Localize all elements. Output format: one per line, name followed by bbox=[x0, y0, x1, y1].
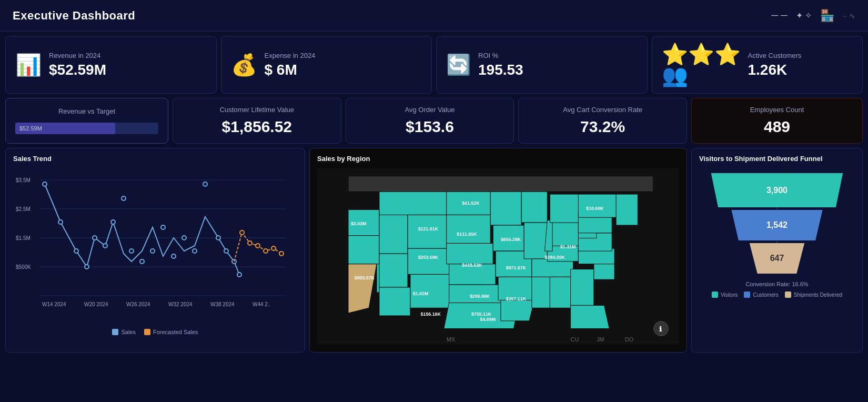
svg-point-15 bbox=[43, 182, 47, 186]
revenue-text: Revenue in 2024 $52.59M bbox=[49, 52, 106, 78]
svg-text:$41.52K: $41.52K bbox=[462, 200, 480, 206]
map-container: MX CU JM DO $3.03M $121.81K $41.52K $253… bbox=[317, 167, 679, 346]
sales-by-region-card: Sales by Region bbox=[309, 148, 687, 353]
clv-card: Customer Lifetime Value $1,856.52 bbox=[173, 98, 341, 144]
svg-text:$294.00K: $294.00K bbox=[544, 255, 565, 260]
svg-text:$156.16K: $156.16K bbox=[421, 311, 441, 317]
revenue-target-label: Revenue vs Target bbox=[15, 107, 158, 115]
svg-point-39 bbox=[271, 246, 276, 250]
minimize-icon[interactable]: ─ ─ bbox=[771, 10, 788, 21]
sales-trend-title: Sales Trend bbox=[13, 155, 297, 163]
svg-marker-51 bbox=[379, 287, 410, 316]
shop-icon: 🏪 bbox=[820, 9, 834, 23]
svg-text:W14 2024: W14 2024 bbox=[42, 302, 66, 307]
funnel-level-visitors: 3,900 bbox=[707, 173, 847, 207]
svg-marker-71 bbox=[571, 305, 610, 328]
avg-order-value: $153.6 bbox=[356, 118, 504, 136]
svg-text:W26 2024: W26 2024 bbox=[126, 302, 150, 307]
roi-text: ROI % 195.53 bbox=[478, 52, 523, 78]
svg-point-31 bbox=[216, 236, 220, 240]
sales-trend-card: Sales Trend $3.5M $2.5M $1.5M $500K W14 … bbox=[5, 148, 305, 353]
svg-marker-81 bbox=[616, 194, 638, 225]
funnel-legend: Visitors Customers Shipments Delivered bbox=[699, 292, 855, 298]
svg-text:W32 2024: W32 2024 bbox=[168, 302, 193, 307]
svg-text:$1.5M: $1.5M bbox=[16, 235, 31, 241]
kpi-card-roi: 🔄 ROI % 195.53 bbox=[436, 36, 648, 94]
bottom-row: Sales Trend $3.5M $2.5M $1.5M $500K W14 … bbox=[0, 148, 868, 353]
funnel-level-customers: 1,542 bbox=[726, 210, 827, 240]
svg-text:$111.65K: $111.65K bbox=[457, 232, 477, 237]
svg-point-30 bbox=[203, 182, 207, 186]
sales-trend-legend: Sales Forecasted Sales bbox=[13, 329, 297, 335]
svg-text:$296.86K: $296.86K bbox=[470, 294, 490, 299]
svg-marker-46 bbox=[379, 210, 408, 254]
funnel-container: 3,900 1,542 647 bbox=[699, 173, 855, 274]
funnel-title: Visitors to Shipment Delivered Funnel bbox=[699, 155, 855, 163]
svg-text:$871.87K: $871.87K bbox=[506, 265, 527, 270]
svg-marker-69 bbox=[550, 277, 570, 308]
legend-customers-funnel-dot bbox=[744, 292, 750, 298]
svg-text:CU: CU bbox=[571, 336, 579, 343]
svg-text:$3.5M: $3.5M bbox=[16, 177, 31, 183]
svg-marker-43 bbox=[348, 236, 379, 264]
svg-point-22 bbox=[122, 196, 126, 200]
svg-marker-76 bbox=[550, 220, 578, 246]
svg-point-27 bbox=[171, 254, 176, 258]
svg-text:$121.81K: $121.81K bbox=[418, 226, 439, 232]
svg-point-18 bbox=[85, 265, 89, 269]
header: Executive Dashboard ─ ─ ✦ ✧ 🏪 ·· ∿ bbox=[0, 0, 868, 32]
svg-point-23 bbox=[129, 249, 134, 253]
revenue-bar-value: $52.59M bbox=[19, 125, 42, 132]
legend-visitors-dot bbox=[712, 292, 718, 298]
svg-text:DO: DO bbox=[625, 336, 633, 343]
funnel-conversion: Conversion Rate: 16.6% bbox=[699, 281, 855, 287]
legend-visitors: Visitors bbox=[712, 292, 738, 298]
svg-point-19 bbox=[93, 236, 97, 240]
svg-text:$4.69M: $4.69M bbox=[480, 317, 496, 322]
svg-point-40 bbox=[279, 252, 284, 256]
funnel-level-shipments: 647 bbox=[744, 243, 810, 274]
expense-icon: 💰 bbox=[231, 54, 257, 75]
svg-point-37 bbox=[256, 244, 260, 248]
svg-text:$755.11K: $755.11K bbox=[471, 311, 492, 317]
svg-marker-48 bbox=[408, 215, 447, 248]
sales-trend-chart: $3.5M $2.5M $1.5M $500K W14 2024 W20 202… bbox=[13, 167, 297, 325]
roi-icon: 🔄 bbox=[446, 55, 471, 75]
revenue-bar-container: $52.59M bbox=[15, 123, 158, 134]
page-title: Executive Dashboard bbox=[13, 9, 135, 23]
svg-text:$3.03M: $3.03M bbox=[351, 221, 366, 226]
revenue-label: Revenue in 2024 bbox=[49, 52, 106, 59]
svg-text:$655.28K: $655.28K bbox=[501, 237, 521, 242]
svg-text:JM: JM bbox=[597, 336, 604, 343]
sales-trend-svg: $3.5M $2.5M $1.5M $500K W14 2024 W20 202… bbox=[13, 167, 297, 325]
svg-point-28 bbox=[182, 236, 186, 240]
svg-marker-47 bbox=[379, 189, 447, 215]
revenue-vs-target-card: Revenue vs Target $52.59M bbox=[5, 98, 168, 144]
legend-forecasted: Forecasted Sales bbox=[144, 329, 198, 335]
svg-text:W44 2..: W44 2.. bbox=[253, 302, 270, 307]
svg-text:MX: MX bbox=[447, 336, 455, 343]
funnel-visitors-value: 3,900 bbox=[766, 186, 788, 195]
svg-point-16 bbox=[58, 220, 63, 224]
cart-conversion-label: Avg Cart Conversion Rate bbox=[528, 106, 677, 114]
avg-order-card: Avg Order Value $153.6 bbox=[346, 98, 514, 144]
svg-text:$428.53K: $428.53K bbox=[462, 263, 482, 268]
svg-marker-65 bbox=[524, 223, 547, 259]
kpi-card-expense: 💰 Expense in 2024 $ 6M bbox=[221, 36, 432, 94]
metrics-row: Revenue vs Target $52.59M Customer Lifet… bbox=[0, 98, 868, 148]
expense-label: Expense in 2024 bbox=[265, 52, 316, 59]
svg-marker-64 bbox=[521, 189, 547, 223]
revenue-bar-fill: $52.59M bbox=[15, 123, 115, 134]
cart-conversion-value: 73.2% bbox=[528, 118, 677, 136]
avg-order-label: Avg Order Value bbox=[356, 106, 504, 114]
legend-forecasted-dot bbox=[144, 329, 150, 335]
roi-label: ROI % bbox=[478, 52, 523, 59]
svg-point-24 bbox=[140, 259, 144, 264]
svg-text:$2.5M: $2.5M bbox=[16, 206, 31, 212]
legend-shipments: Shipments Delivered bbox=[785, 292, 842, 298]
svg-point-29 bbox=[193, 249, 197, 253]
employees-label: Employees Count bbox=[701, 106, 853, 114]
roi-value: 195.53 bbox=[478, 62, 523, 78]
svg-marker-49 bbox=[408, 248, 452, 274]
svg-marker-70 bbox=[571, 269, 594, 306]
